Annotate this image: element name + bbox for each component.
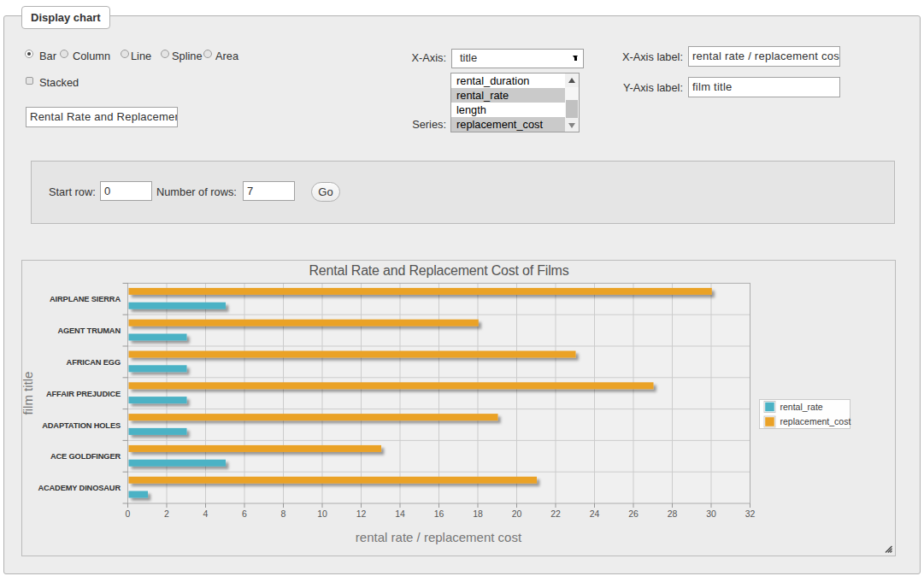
svg-text:2: 2 <box>164 509 169 519</box>
svg-text:18: 18 <box>473 509 483 519</box>
svg-text:AFFAIR PREJUDICE: AFFAIR PREJUDICE <box>46 390 121 398</box>
svg-text:replacement_cost: replacement_cost <box>780 416 851 426</box>
svg-text:32: 32 <box>745 509 756 519</box>
svg-text:ACADEMY DINOSAUR: ACADEMY DINOSAUR <box>38 484 121 492</box>
svg-text:20: 20 <box>512 509 522 519</box>
svg-text:ADAPTATION HOLES: ADAPTATION HOLES <box>42 421 121 430</box>
svg-text:8: 8 <box>281 509 286 519</box>
svg-text:rental_rate: rental_rate <box>780 402 823 412</box>
svg-text:film title: film title <box>21 372 35 415</box>
svg-text:26: 26 <box>628 509 639 519</box>
svg-text:22: 22 <box>550 509 561 519</box>
svg-text:30: 30 <box>706 509 716 519</box>
svg-text:10: 10 <box>317 509 327 519</box>
svg-text:28: 28 <box>668 509 678 519</box>
svg-text:14: 14 <box>395 509 405 519</box>
svg-text:AGENT TRUMAN: AGENT TRUMAN <box>57 326 121 335</box>
svg-text:Rental Rate and Replacement Co: Rental Rate and Replacement Cost of Film… <box>309 263 569 278</box>
svg-text:AFRICAN EGG: AFRICAN EGG <box>67 358 121 367</box>
svg-text:4: 4 <box>203 509 209 519</box>
svg-text:0: 0 <box>126 509 131 519</box>
svg-text:12: 12 <box>356 509 367 519</box>
svg-text:6: 6 <box>242 509 247 519</box>
svg-text:ACE GOLDFINGER: ACE GOLDFINGER <box>50 452 121 461</box>
svg-text:24: 24 <box>590 509 600 519</box>
svg-text:16: 16 <box>434 509 444 519</box>
svg-text:rental rate / replacement cost: rental rate / replacement cost <box>356 530 522 544</box>
svg-text:AIRPLANE SIERRA: AIRPLANE SIERRA <box>50 295 121 303</box>
